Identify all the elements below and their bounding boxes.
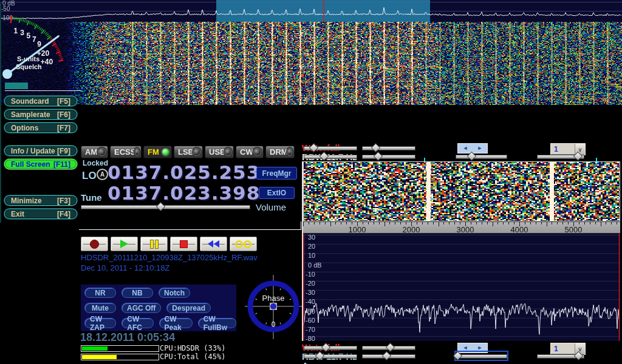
stop-button[interactable] (170, 237, 197, 251)
waterfall-contrast-slider[interactable] (362, 144, 415, 152)
scroll-left-arrow-icon[interactable]: ◄ (458, 144, 473, 153)
scroll-right-arrow-icon[interactable]: ► (473, 144, 487, 153)
rewind-button[interactable] (200, 237, 227, 251)
mode-button-lsb[interactable]: LSB (174, 146, 203, 158)
db-label: -20 (306, 280, 315, 287)
rx-controls-bottom: Waterfall◄►RBW 11.7 Hz1∨AvgSpectrumZoomS… (302, 343, 622, 361)
zoom-slider[interactable] (456, 152, 507, 160)
dsp-button-notch[interactable]: Notch (159, 288, 190, 298)
waterfall-contrast-slider-thumb[interactable] (371, 143, 381, 153)
scroll-right-arrow-icon[interactable]: ► (473, 343, 487, 352)
scale-tick (541, 222, 542, 224)
mode-led-icon (135, 149, 138, 155)
spectrum-brightness-slider[interactable] (304, 352, 357, 360)
dsp-button-mute[interactable]: Mute (84, 303, 116, 313)
cpu-label: CPU:Total (45%) (160, 352, 225, 361)
spectrum-brightness-slider-track[interactable] (304, 354, 357, 359)
cpu-bar-fill (82, 355, 117, 359)
scale-tick (335, 222, 336, 224)
lo-frequency[interactable]: 0137.025.253 (108, 163, 260, 182)
scale-label: 1000 (349, 225, 366, 234)
zoom-slider-thumb[interactable] (466, 152, 476, 161)
scroll-left-arrow-icon[interactable]: ◄ (458, 343, 473, 352)
button-exit[interactable]: Exit[F4] (4, 209, 77, 219)
rx-spectrum[interactable]: 3020100 dB-10-20-30-40-50-60-70-80 (303, 234, 620, 341)
waterfall-brightness-slider-track[interactable] (304, 346, 357, 350)
mode-button-ecss[interactable]: ECSS (110, 146, 142, 158)
button-samplerate[interactable]: Samplerate[F6] (4, 109, 77, 120)
button-label-left: Soundcard (11, 97, 49, 106)
dsp-button-nb[interactable]: NB (121, 288, 153, 298)
speed-slider[interactable] (537, 152, 584, 160)
extio-button[interactable]: ExtIO (259, 187, 295, 199)
waterfall-contrast-slider[interactable] (362, 343, 415, 351)
dsp-button-despread[interactable]: Despread (166, 303, 211, 313)
spectrum-contrast-slider[interactable] (362, 352, 415, 360)
spectrum-brightness-slider-thumb[interactable] (319, 152, 329, 161)
waterfall-brightness-slider-thumb[interactable] (309, 143, 319, 153)
mode-button-usb[interactable]: USB (205, 146, 234, 158)
spectrum-contrast-slider-track[interactable] (362, 155, 415, 159)
tune-frequency[interactable]: 0137.023.398 (108, 184, 260, 203)
loop-button[interactable] (230, 237, 257, 251)
volume-slider[interactable] (81, 203, 250, 211)
button-soundcard[interactable]: Soundcard[F5] (4, 96, 77, 106)
dsp-button-cw-fullbw[interactable]: CW FullBw (198, 318, 236, 328)
waterfall-brightness-slider[interactable] (304, 144, 357, 152)
button-options[interactable]: Options[F7] (4, 123, 77, 133)
zoom-slider[interactable] (456, 352, 507, 360)
scale-tick (346, 222, 347, 224)
main-spectrum[interactable]: 0 dB-50-100 (0, 0, 622, 22)
button-label-left: Options (11, 124, 38, 132)
button-minimize[interactable]: Minimize[F3] (4, 195, 77, 206)
scale-tick (552, 222, 552, 224)
dsp-button-agc-off[interactable]: AGC Off (121, 303, 161, 313)
rx-spectrum-canvas[interactable] (303, 234, 620, 341)
dsp-button-cw-peak[interactable]: CW Peak (159, 318, 193, 328)
lo-auto-badge[interactable]: A (97, 169, 108, 180)
freqmgr-button[interactable]: FreqMgr (256, 167, 297, 180)
speed-slider[interactable] (537, 352, 584, 360)
pause-button[interactable] (140, 237, 168, 251)
mode-button-fm[interactable]: FM (143, 146, 172, 158)
scale-tick (433, 222, 434, 224)
squelch-level-bar[interactable] (5, 83, 28, 89)
scale-tick (330, 222, 331, 226)
dsp-button-nr[interactable]: NR (84, 288, 116, 298)
spectrum-brightness-slider-thumb[interactable] (315, 351, 325, 361)
scale-tick (411, 222, 412, 226)
button-label-right: [F4] (57, 210, 70, 218)
spectrum-brightness-slider-track[interactable] (304, 155, 357, 159)
mode-label: CW (240, 147, 253, 157)
waterfall-contrast-slider-track[interactable] (362, 146, 415, 150)
mode-button-drm[interactable]: DRM (265, 146, 295, 158)
rx-waterfall[interactable] (304, 162, 620, 221)
rx-frequency-scale[interactable]: 10002000300040005000 (303, 221, 620, 234)
scale-label: 3000 (457, 225, 474, 234)
scale-tick (325, 222, 326, 224)
spectrum-contrast-slider-thumb[interactable] (373, 152, 383, 161)
button-info-update[interactable]: Info / Update[F9] (4, 146, 77, 156)
mode-button-cw[interactable]: CW (236, 146, 264, 158)
button-full-screen[interactable]: Full Screen[F11] (4, 159, 77, 169)
dsp-button-cw-zap[interactable]: CW ZAP (84, 318, 116, 328)
dsp-button-cw-afc[interactable]: CW AFC (121, 318, 153, 328)
volume-slider-thumb[interactable] (156, 202, 166, 212)
waterfall-brightness-slider-thumb[interactable] (321, 343, 331, 352)
spectrum-brightness-slider[interactable] (304, 152, 357, 160)
spectrum-contrast-slider[interactable] (362, 152, 415, 160)
waterfall-contrast-slider-thumb[interactable] (385, 343, 395, 352)
zoom-slider-track[interactable] (456, 354, 507, 359)
speed-slider-thumb[interactable] (573, 152, 583, 161)
play-button[interactable] (111, 237, 138, 251)
record-button[interactable] (81, 237, 108, 251)
scale-tick (476, 222, 477, 224)
main-spectrum-canvas[interactable] (0, 0, 622, 22)
mode-button-am[interactable]: AM (81, 146, 108, 158)
phase-dial[interactable]: Phase0 (245, 275, 302, 339)
speed-slider-thumb[interactable] (574, 351, 584, 361)
volume-slider-track[interactable] (81, 205, 250, 209)
spectrum-contrast-slider-thumb[interactable] (382, 351, 392, 361)
waterfall-brightness-slider[interactable] (304, 343, 357, 351)
zoom-slider-track[interactable] (456, 155, 507, 159)
